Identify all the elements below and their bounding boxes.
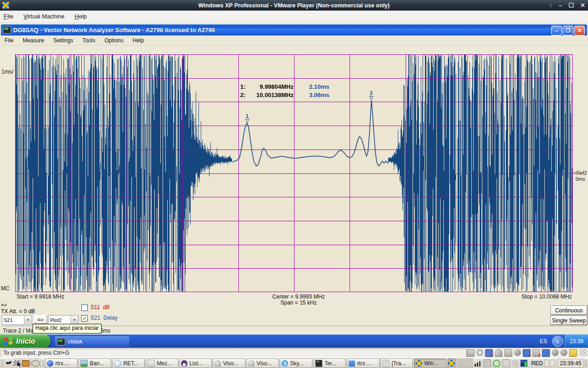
taskbar-app-sky[interactable]: SSky... — [280, 358, 312, 368]
vnwa-menu-tools[interactable]: Tools — [82, 37, 95, 44]
task-label: VNWA — [68, 339, 83, 345]
language-indicator[interactable]: ES — [537, 337, 550, 345]
stop-freq-label: Stop = 10.0068 MHz — [480, 293, 572, 300]
launcher-files[interactable] — [22, 358, 30, 368]
vnwa-menu-options[interactable]: Options — [104, 37, 123, 44]
taskbar-app-ter[interactable]: Ter... — [313, 358, 346, 368]
vnwa-minimize-button[interactable]: – — [551, 26, 562, 35]
goblet-icon — [248, 360, 254, 367]
host-taskbar: rtrx....Ban...RET...Mez...List...Viso...… — [0, 357, 588, 368]
vnwa-menu-settings[interactable]: Settings — [53, 37, 73, 44]
taskbar-app-rtrx[interactable]: rtrx ... — [347, 358, 379, 368]
taskbar-app-mez[interactable]: Mez... — [146, 358, 178, 368]
host-clock[interactable]: 23:39:45 — [558, 359, 584, 368]
app-label: RET... — [123, 360, 138, 367]
ref2-value-label: 0ms — [576, 176, 585, 182]
taskbar-app-list[interactable]: List... — [179, 358, 212, 368]
vmware-menu-file[interactable]: File — [4, 13, 13, 20]
message-icon[interactable] — [467, 349, 475, 357]
plot-select[interactable]: Plot2 ▼ — [48, 315, 79, 325]
usb-disconnected-icon[interactable]: x — [523, 349, 531, 357]
s21-checkbox[interactable]: ✓ — [81, 315, 88, 322]
vna-plot-canvas[interactable] — [15, 54, 573, 292]
app-label: rtrx.... — [55, 360, 69, 367]
notes-icon[interactable] — [569, 349, 577, 357]
xp-clock[interactable]: 23:39 — [564, 334, 588, 348]
faded-orb-icon[interactable] — [512, 360, 519, 367]
span-label: Span = 15 kHz — [230, 299, 368, 306]
goblet-icon — [215, 360, 221, 367]
start-button[interactable]: Inicio — [0, 334, 51, 348]
panel-grip[interactable] — [585, 360, 587, 367]
vmware-menu-help[interactable]: Help — [74, 13, 87, 20]
taskbar-app-viso[interactable]: Viso... — [246, 358, 279, 368]
vmware-tray-button[interactable] — [447, 358, 456, 368]
panel-grip[interactable] — [1, 360, 3, 367]
usb-device-icon[interactable] — [542, 349, 550, 357]
smartcard-icon[interactable] — [495, 349, 503, 357]
start-button-label: Inicio — [16, 337, 35, 345]
floppy-disconnected-icon[interactable]: x — [485, 349, 493, 357]
taskbar-app-rtrx[interactable]: rtrx.... — [45, 358, 78, 368]
assign-button[interactable]: => — [34, 315, 47, 324]
oval-icon — [31, 360, 40, 367]
vmware-menu-virtual-machine[interactable]: Virtual Machine — [23, 13, 64, 20]
tray-frame-icon — [550, 360, 555, 367]
signal-bars-icon[interactable] — [475, 360, 481, 367]
image-viewer-icon — [80, 360, 88, 367]
panel-grip[interactable] — [42, 360, 44, 367]
device-icon[interactable] — [560, 349, 567, 356]
s11-checkbox[interactable] — [81, 305, 88, 311]
taskbar-app-win[interactable]: Win... — [414, 358, 447, 368]
sound-device-icon[interactable] — [514, 349, 521, 356]
chevron-down-icon[interactable]: ▼ — [24, 316, 32, 324]
printer-icon[interactable] — [504, 349, 512, 357]
mouse-cursor-icon — [17, 361, 22, 368]
close-icon[interactable]: ✕ — [580, 0, 585, 11]
vnwa-titlebar[interactable]: DG8SAQ - Vector Network Analyzer Softwar… — [1, 24, 587, 35]
vnwa-app-icon — [3, 26, 11, 34]
vnwa-menu-file[interactable]: File — [5, 37, 13, 44]
continuous-button[interactable]: Continuous — [550, 305, 588, 315]
vnwa-menu-help[interactable]: Help — [133, 37, 144, 44]
vnwa-restore-button[interactable]: ❐ — [563, 26, 573, 35]
grey-app-icon — [382, 360, 390, 367]
vm-screen: DG8SAQ - Vector Network Analyzer Softwar… — [0, 22, 588, 348]
app-label: List... — [189, 360, 203, 367]
cd-rom-icon[interactable] — [476, 349, 483, 356]
app-label: Win... — [424, 360, 438, 367]
minimize-icon[interactable]: – — [559, 0, 562, 11]
app-label: rtrx ... — [357, 360, 371, 367]
launcher-checkered[interactable] — [13, 358, 21, 368]
display-disconnected-icon[interactable]: x — [532, 349, 540, 357]
app-label: [Tra... — [391, 360, 406, 367]
taskbar-task-vnwa[interactable]: VNWA — [54, 336, 130, 347]
chevron-down-icon[interactable]: ▼ — [70, 316, 78, 324]
single-sweep-button[interactable]: Single Sweep — [550, 316, 588, 325]
fullscreen-icon[interactable]: ↑ — [549, 0, 553, 11]
phone-device-icon[interactable] — [483, 359, 491, 367]
vmware-titlebar[interactable]: Windows XP Professional - VMware Player … — [0, 0, 588, 11]
vmware-window-title: Windows XP Professional - VMware Player … — [0, 2, 588, 9]
vnwa-close-button[interactable]: ✕ — [574, 26, 585, 35]
vnwa-menu-measure[interactable]: Measure — [23, 37, 44, 44]
vmware-statusbar: To grab input, press Ctrl+G xxx — [0, 348, 588, 358]
taskbar-app-ret[interactable]: RET... — [112, 358, 145, 368]
taskbar-app-viso[interactable]: Viso... — [213, 358, 245, 368]
bird-logo-icon[interactable] — [6, 360, 12, 366]
taskbar-app-tra[interactable]: [Tra... — [380, 358, 413, 368]
maximize-icon[interactable]: ☐ — [568, 0, 574, 11]
clipboard-icon[interactable] — [502, 359, 510, 367]
launcher-desktop[interactable] — [31, 358, 40, 368]
tray-collapse-button[interactable]: ‹ — [552, 336, 563, 347]
ghost-app-icon — [114, 360, 121, 367]
green-oval-icon[interactable] — [493, 360, 500, 367]
network-chart-icon[interactable] — [520, 360, 527, 367]
resize-grip[interactable] — [580, 349, 587, 356]
device-icon[interactable] — [552, 349, 559, 356]
taskbar-app-ban[interactable]: Ban... — [79, 358, 111, 368]
app-label: Viso... — [256, 360, 271, 367]
tx-att-label: TX Att. = 0 dB — [1, 308, 35, 315]
sweep-param-select[interactable]: S21 ▼ — [2, 315, 32, 325]
vmware-icon — [448, 360, 455, 367]
